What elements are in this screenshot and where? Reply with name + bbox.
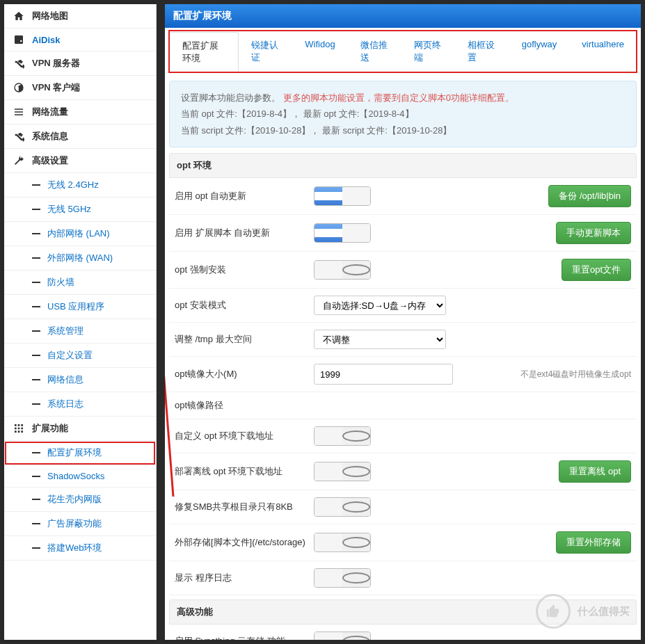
shuffle-icon	[13, 58, 25, 69]
tab-1[interactable]: 锐捷认证	[239, 32, 292, 72]
shuffle-icon	[13, 131, 25, 142]
notice-opt-version: 当前 opt 文件:【2019-8-4】， 最新 opt 文件:【2019-8-…	[181, 106, 625, 122]
section-opt-env: opt 环境	[169, 153, 637, 178]
sidebar-label: 网络信息	[47, 373, 83, 386]
notice-box: 设置脚本功能启动参数。 更多的脚本功能设置，需要到自定义脚本0功能详细配置。 当…	[169, 81, 637, 147]
sidebar-subitem-16[interactable]: 系统日志	[4, 392, 156, 417]
bars-icon	[13, 106, 25, 118]
toggle-syncthing[interactable]	[314, 631, 371, 640]
reset-opt-button[interactable]: 重置opt文件	[562, 259, 631, 281]
select-tmp-max[interactable]: 不调整	[314, 330, 446, 349]
sidebar-item-5[interactable]: 系统信息	[4, 124, 156, 149]
sidebar-subitem-9[interactable]: 内部网络 (LAN)	[4, 222, 156, 246]
input-opt-img-size[interactable]	[314, 364, 453, 385]
section-advanced: 高级功能	[169, 599, 637, 625]
sidebar-item-1[interactable]: AiDisk	[4, 29, 156, 51]
notice-text: 设置脚本功能启动参数。	[181, 92, 280, 103]
sidebar-label: VPN 服务器	[32, 57, 80, 70]
toggle-opt-auto-update[interactable]	[314, 186, 371, 206]
sidebar-subitem-18[interactable]: 配置扩展环境	[4, 441, 156, 465]
sidebar-label: 广告屏蔽功能	[47, 517, 102, 530]
sidebar-subitem-19[interactable]: ShadowSocks	[4, 465, 156, 488]
sidebar-item-6[interactable]: 高级设置	[4, 149, 156, 173]
page-title: 配置扩展环境	[165, 4, 641, 28]
tab-2[interactable]: Wifidog	[292, 32, 347, 72]
sidebar-subitem-21[interactable]: 广告屏蔽功能	[4, 512, 156, 536]
sidebar-item-3[interactable]: VPN 客户端	[4, 76, 156, 100]
sidebar-subitem-8[interactable]: 无线 5GHz	[4, 198, 156, 222]
toggle-deploy-offline[interactable]	[314, 462, 371, 481]
sidebar-label: 网络流量	[32, 106, 68, 118]
sidebar-item-17[interactable]: 扩展功能	[4, 417, 156, 441]
sidebar-item-0[interactable]: 网络地图	[4, 4, 156, 29]
grid-icon	[13, 423, 25, 434]
sidebar-subitem-7[interactable]: 无线 2.4GHz	[4, 173, 156, 198]
notice-script-version: 当前 script 文件:【2019-10-28】， 最新 script 文件:…	[181, 122, 625, 138]
sidebar-subitem-13[interactable]: 系统管理	[4, 319, 156, 344]
tab-0[interactable]: 配置扩展环境	[169, 32, 239, 72]
label-ext-script-auto-update: 启用 扩展脚本 自动更新	[175, 227, 314, 239]
sidebar-label: 无线 2.4GHz	[47, 179, 99, 191]
manual-update-button[interactable]: 手动更新脚本	[556, 222, 631, 244]
tab-6[interactable]: goflyway	[509, 32, 570, 72]
wrench-icon	[13, 155, 25, 166]
tab-7[interactable]: virtualhere	[569, 32, 637, 72]
reset-offline-button[interactable]: 重置离线 opt	[559, 460, 631, 483]
sidebar-subitem-22[interactable]: 搭建Web环境	[4, 536, 156, 561]
label-ext-storage: 外部存储[脚本文件](/etc/storage)	[175, 536, 314, 549]
reset-ext-storage-button[interactable]: 重置外部存储	[556, 531, 631, 554]
toggle-ext-script-auto-update[interactable]	[314, 223, 371, 243]
sidebar-item-2[interactable]: VPN 服务器	[4, 51, 156, 76]
sidebar-label: 自定义设置	[47, 349, 93, 362]
sidebar-label: 无线 5GHz	[47, 203, 91, 216]
toggle-fix-smb[interactable]	[314, 497, 371, 517]
sidebar-label: USB 应用程序	[47, 300, 104, 313]
label-syncthing: 启用 Syncthing 云存储 功能	[175, 635, 314, 640]
toggle-custom-opt-url[interactable]	[314, 426, 371, 446]
label-opt-force-install: opt 强制安装	[175, 264, 314, 276]
label-custom-opt-url: 自定义 opt 环境下载地址	[175, 430, 314, 442]
sidebar-subitem-14[interactable]: 自定义设置	[4, 344, 156, 368]
label-deploy-offline: 部署离线 opt 环境下载地址	[175, 465, 314, 478]
sidebar-label: 内部网络 (LAN)	[47, 227, 110, 240]
sidebar-label: 高级设置	[32, 154, 68, 167]
sidebar-label: 网络地图	[32, 10, 68, 22]
select-install-mode[interactable]: 自动选择:SD→U盘→内存	[314, 296, 446, 315]
label-opt-auto-update: 启用 opt 自动更新	[175, 190, 314, 202]
sidebar-label: 花生壳内网版	[47, 493, 102, 506]
home-icon	[13, 10, 25, 22]
content-pane: 配置扩展环境 配置扩展环境锐捷认证Wifidog微信推送网页终端相框设置gofl…	[165, 4, 641, 640]
sidebar-subitem-12[interactable]: USB 应用程序	[4, 295, 156, 319]
label-opt-img-size: opt镜像大小(M)	[175, 368, 314, 380]
sidebar: 网络地图AiDiskVPN 服务器VPN 客户端网络流量系统信息高级设置无线 2…	[4, 4, 157, 640]
sidebar-subitem-15[interactable]: 网络信息	[4, 368, 156, 392]
sidebar-label: 系统日志	[47, 398, 83, 410]
sidebar-subitem-10[interactable]: 外部网络 (WAN)	[4, 246, 156, 271]
label-opt-img-path: opt镜像路径	[175, 399, 314, 412]
tab-bar: 配置扩展环境锐捷认证Wifidog微信推送网页终端相框设置goflywayvir…	[169, 31, 637, 72]
sidebar-label: AiDisk	[32, 35, 60, 45]
label-tmp-max: 调整 /tmp 最大空间	[175, 333, 314, 346]
sidebar-label: 扩展功能	[32, 422, 68, 435]
sidebar-label: 搭建Web环境	[47, 542, 102, 554]
sidebar-item-4[interactable]: 网络流量	[4, 100, 156, 124]
sidebar-label: 系统信息	[32, 130, 68, 143]
sidebar-label: 系统管理	[47, 325, 83, 337]
toggle-opt-force-install[interactable]	[314, 260, 371, 280]
sidebar-subitem-20[interactable]: 花生壳内网版	[4, 488, 156, 512]
sidebar-label: 防火墙	[47, 276, 74, 289]
tab-4[interactable]: 网页终端	[401, 32, 455, 72]
tab-3[interactable]: 微信推送	[348, 32, 401, 72]
toggle-ext-storage[interactable]	[314, 533, 371, 552]
sidebar-label: ShadowSocks	[47, 471, 104, 481]
sidebar-label: 配置扩展环境	[47, 446, 102, 459]
sidebar-subitem-11[interactable]: 防火墙	[4, 271, 156, 295]
notice-warning: 更多的脚本功能设置，需要到自定义脚本0功能详细配置。	[283, 92, 514, 103]
sidebar-label: 外部网络 (WAN)	[47, 252, 113, 264]
backup-button[interactable]: 备份 /opt/lib|bin	[548, 185, 631, 207]
sidebar-label: VPN 客户端	[32, 81, 80, 94]
toggle-show-log[interactable]	[314, 568, 371, 588]
tab-5[interactable]: 相框设置	[455, 32, 509, 72]
label-opt-install-mode: opt 安装模式	[175, 299, 314, 312]
hint-opt-img-size: 不是ext4磁盘时用镜像生成opt	[520, 368, 631, 380]
